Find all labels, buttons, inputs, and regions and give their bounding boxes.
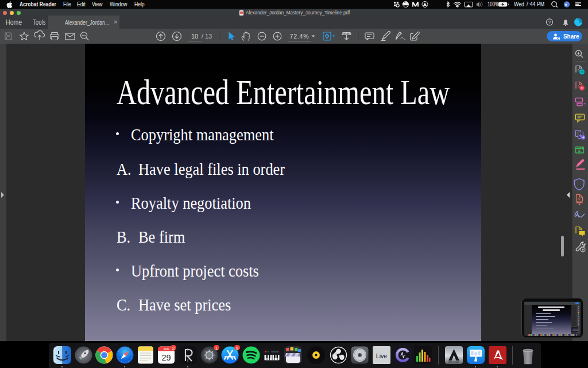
svg-text:1: 1 xyxy=(215,346,218,351)
svg-text:9: 9 xyxy=(235,346,238,351)
svg-text:72.4%: 72.4% xyxy=(290,33,309,40)
svg-text:10: 10 xyxy=(191,33,198,40)
svg-text:/ 13: / 13 xyxy=(202,33,212,40)
svg-text:29: 29 xyxy=(161,353,171,362)
svg-text:JAN: JAN xyxy=(163,347,169,351)
svg-text:2: 2 xyxy=(172,346,175,351)
svg-text:Live: Live xyxy=(376,352,386,359)
svg-text:?: ? xyxy=(548,20,551,25)
svg-text:AUTO-TUNE: AUTO-TUNE xyxy=(448,361,459,363)
